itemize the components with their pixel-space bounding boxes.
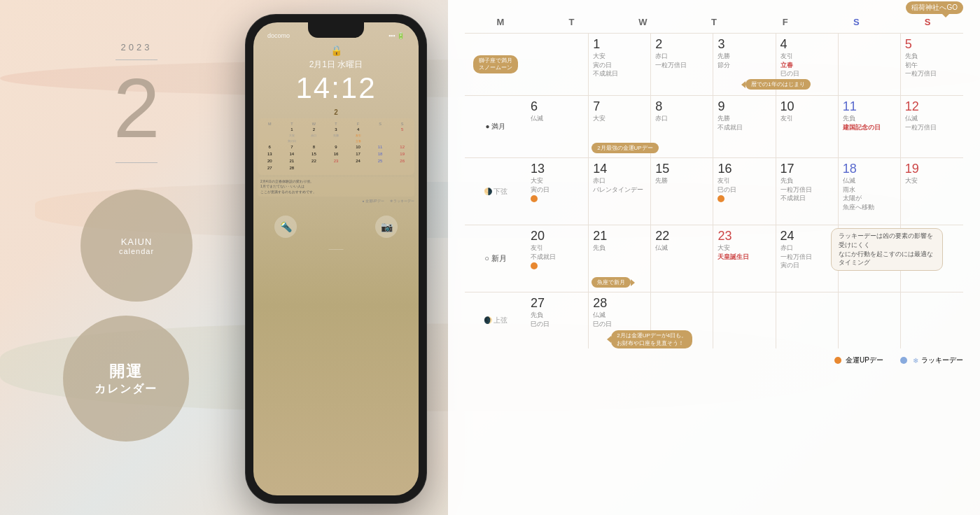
phone-cell-15: 15	[303, 151, 325, 158]
day-9-other: 不成就日	[718, 123, 771, 132]
day-16-rokuyo: 友引	[718, 176, 771, 185]
day-6-rokuyo: 仏滅	[531, 114, 584, 123]
day-16-num: 16	[718, 162, 771, 175]
day-12-num: 12	[905, 100, 959, 113]
phone-cell-16: 16	[326, 151, 347, 158]
week1-annotation-right: 暦での1年のはじまり	[746, 78, 810, 91]
phone-cell-6: 6	[259, 144, 281, 151]
day-16-dot	[718, 195, 724, 202]
week1-cell-2: 2 赤口 一粒万倍日	[651, 34, 713, 95]
phone-cell-8: 8	[303, 144, 325, 151]
uoza-bubble: 魚座で新月	[592, 277, 631, 288]
phone-cal-week3: 13 14 15 16 17 18 19	[259, 151, 413, 158]
phone-cal-dow-f: F	[347, 121, 369, 127]
app-title-big: 開運	[109, 361, 143, 382]
phone-cal-header-row: M T W T F S S	[259, 121, 413, 127]
phone-cal-week1: 1大安寅の日 2赤口 3先勝 4友引立春 5	[259, 127, 413, 144]
day-20-rokuyo: 友引	[531, 244, 584, 253]
phone-cal-week2: 6 7 8 9 10 11 12	[259, 144, 413, 151]
day-17-rokuyo: 先負	[780, 176, 834, 185]
day-6-num: 6	[531, 100, 584, 113]
phone-legend-lucky: ❄ ラッキーデー	[390, 199, 414, 203]
phone-cell-4: 4友引立春	[347, 127, 369, 144]
day-13-num: 13	[531, 162, 584, 175]
phone-cell-25: 25	[370, 158, 391, 165]
day-4-num: 4	[780, 38, 834, 50]
day-27-other: 巳の日	[531, 320, 584, 329]
day-3-other: 節分	[718, 61, 771, 70]
day-10-num: 10	[780, 100, 834, 113]
dow-tuesday: T	[536, 14, 608, 30]
phone-cal-dow-t2: T	[326, 121, 347, 127]
phone-cell-21: 21	[281, 158, 303, 165]
month-number: 2	[113, 66, 160, 150]
day-13-rokuyo: 大安	[531, 176, 584, 185]
week2-annotation: ● 満月	[465, 96, 526, 157]
week4-cell-23: 23 大安 天皇誕生日	[713, 225, 776, 292]
dow-saturday: S	[821, 14, 892, 30]
phone-legend: ● 金運UPデー ❄ ラッキーデー	[258, 199, 414, 203]
week1-cell-5: 5 先負 初午一粒万倍日	[901, 34, 963, 95]
week1-cell-3: 3 先勝 節分 暦での1年のはじまり	[713, 34, 776, 95]
day-17-num: 17	[780, 162, 834, 175]
week3-cell-17: 17 先負 一粒万倍日不成就日	[776, 158, 839, 225]
day-16-other: 巳の日	[718, 185, 771, 195]
day-15-rokuyo: 先勝	[655, 176, 708, 185]
week5-annotation: 🌒 上弦	[465, 292, 526, 348]
week4-cell-22: 22 仏滅	[651, 225, 713, 292]
week2-cell-6: 6 仏滅	[526, 96, 589, 157]
day-7-num: 7	[593, 100, 646, 113]
phone-cell-18: 18	[370, 151, 391, 158]
phone-legend-kinun: ● 金運UPデー	[362, 199, 384, 203]
week4-cell-20: 20 友引 不成就日	[526, 225, 589, 292]
week1-annotation: 獅子座で満月スノームーン	[465, 34, 526, 95]
phone-cell-28: 28	[281, 165, 303, 172]
phone-cell-empty2	[370, 127, 391, 144]
day-12-other: 一粒万倍日	[905, 123, 959, 132]
legend-row: 金運UPデー ❄ ラッキーデー	[465, 348, 963, 365]
week5-cell-27: 27 先負 巳の日	[526, 292, 589, 348]
day-18-num: 18	[843, 162, 896, 175]
phone-cell-22: 22	[303, 158, 325, 165]
week3-moon-icon: 🌗 下弦	[484, 187, 508, 197]
week2-kinun-bubble: 2月最強の金運UPデー	[592, 143, 659, 153]
day-4-other: 巳の日	[780, 69, 834, 78]
day-21-rokuyo: 先負	[593, 244, 646, 253]
phone-cal-dow-w: W	[303, 121, 325, 127]
day-2-num: 2	[655, 38, 708, 50]
legend-kinun-label: 金運UPデー	[846, 355, 883, 365]
day-11-rokuyo: 先負	[843, 114, 896, 123]
day-8-rokuyo: 赤口	[655, 114, 708, 123]
day-4-special: 立春	[780, 61, 834, 70]
day-5-other: 初午一粒万倍日	[905, 61, 959, 78]
phone-signal: ▪▪▪ 🔋	[388, 32, 405, 39]
day-1-num: 1	[593, 38, 646, 50]
phone-home-bar: ———	[253, 242, 419, 253]
week5-empty-3	[776, 292, 839, 348]
day-5-rokuyo: 先負	[905, 52, 959, 61]
day-23-num: 23	[718, 230, 771, 242]
lucky-info-text: ラッキーデーは凶の要素の影響を受けにくくなにか行動を起こすのには最適なタイミング	[831, 228, 943, 271]
day-23-other: 天皇誕生日	[718, 253, 771, 262]
inari-badge: 稲荷神社へGO	[906, 1, 963, 14]
day-19-num: 19	[905, 162, 959, 175]
week5-wrapper: 🌒 上弦 27 先負 巳の日 28 仏滅 巳の日 2月は金運UPデーが4日も。お…	[465, 292, 963, 348]
day-12-rokuyo: 仏滅	[905, 114, 959, 123]
rekijyo-bubble: 暦での1年のはじまり	[746, 79, 810, 90]
day-20-num: 20	[531, 230, 584, 242]
week1-cell-sat-empty	[839, 34, 901, 95]
day-1-other: 寅の日不成就日	[593, 61, 646, 78]
week4-moon-icon: ○ 新月	[484, 253, 507, 264]
day-20-other: 不成就日	[531, 253, 584, 262]
legend-kinun: 金運UPデー	[834, 355, 883, 365]
week4-annotation: ○ 新月	[465, 225, 526, 292]
day-28-rokuyo: 仏滅	[593, 311, 646, 320]
week5-annotation-bottom: 2月は金運UPデーが4日も。お財布や口座を見直そう！	[611, 329, 692, 350]
day-21-num: 21	[593, 230, 646, 242]
week2-moon-icon: ● 満月	[486, 122, 506, 132]
week3-cell-13: 13 大安 寅の日	[526, 158, 589, 225]
phone-cell-17: 17	[347, 151, 369, 158]
phone-cell-27: 27	[259, 165, 281, 172]
week2-cell-12: 12 仏滅 一粒万倍日	[901, 96, 963, 157]
legend-lucky: ❄ ラッキーデー	[900, 355, 963, 365]
